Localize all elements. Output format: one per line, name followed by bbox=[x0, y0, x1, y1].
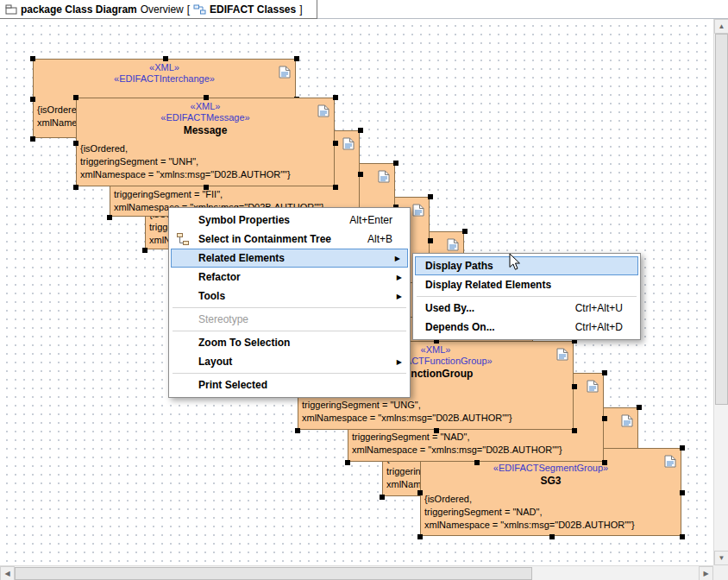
selection-handle[interactable] bbox=[428, 194, 433, 199]
selection-handle[interactable] bbox=[572, 428, 577, 433]
selection-handle[interactable] bbox=[434, 428, 439, 433]
menu-item-label: Display Paths bbox=[425, 260, 493, 272]
menu-separator bbox=[173, 331, 406, 331]
selection-handle[interactable] bbox=[602, 416, 607, 421]
selection-handle[interactable] bbox=[295, 428, 300, 433]
selection-handle[interactable] bbox=[358, 172, 363, 177]
selection-handle[interactable] bbox=[30, 97, 35, 102]
menu-item-label: Used By... bbox=[425, 302, 474, 314]
selection-handle[interactable] bbox=[680, 490, 685, 495]
selection-handle[interactable] bbox=[474, 460, 480, 465]
constraint-line: xmlNamespace = "xmlns:msg="D02B.AUTHOR""… bbox=[424, 519, 681, 532]
selection-handle[interactable] bbox=[107, 215, 112, 220]
stereotype-label: «XML» bbox=[34, 62, 295, 73]
header-package-label: package Class Diagram bbox=[21, 3, 137, 16]
constraint-line: xmlNamespace = "xmlns:msg="D02B.AUTHOR""… bbox=[302, 412, 573, 425]
menu-separator bbox=[417, 296, 637, 297]
menu-separator bbox=[173, 373, 406, 374]
selection-handle[interactable] bbox=[294, 56, 299, 61]
menu-item-label: Display Related Elements bbox=[425, 279, 551, 291]
menu-shortcut: Alt+B bbox=[367, 233, 392, 245]
horizontal-scroll-thumb[interactable] bbox=[15, 567, 532, 580]
selection-handle[interactable] bbox=[73, 95, 78, 100]
related-elements-submenu: Display PathsDisplay Related ElementsUse… bbox=[412, 253, 641, 340]
selection-handle[interactable] bbox=[333, 95, 338, 100]
selection-handle[interactable] bbox=[417, 534, 423, 539]
selection-handle[interactable] bbox=[393, 161, 399, 166]
stereotype-label: «EDIFACTInterchange» bbox=[34, 73, 295, 85]
selection-handle[interactable] bbox=[204, 95, 209, 100]
menu-item-symbol-properties[interactable]: Symbol PropertiesAlt+Enter bbox=[169, 211, 410, 230]
menu-separator bbox=[173, 307, 406, 308]
menu-item-label: Layout bbox=[198, 356, 232, 368]
scroll-right-button[interactable]: ▶ bbox=[699, 566, 713, 580]
menu-item-label: Symbol Properties bbox=[198, 214, 290, 226]
menu-item-zoom-to-selection[interactable]: Zoom To Selection bbox=[169, 333, 410, 352]
selection-handle[interactable] bbox=[73, 185, 78, 190]
menu-item-label: Zoom To Selection bbox=[198, 337, 290, 349]
selection-handle[interactable] bbox=[602, 370, 607, 375]
constraint-line: triggeringSegment = "NAD", bbox=[352, 431, 603, 444]
left-arrow-icon: ◀ bbox=[4, 570, 9, 577]
selection-handle[interactable] bbox=[680, 445, 685, 451]
selection-handle[interactable] bbox=[462, 229, 468, 234]
selection-handle[interactable] bbox=[549, 534, 555, 539]
documentation-icon bbox=[447, 238, 459, 251]
selection-handle[interactable] bbox=[333, 185, 338, 190]
constraint-block: {isOrdered,triggeringSegment = "NAD",xml… bbox=[424, 493, 681, 532]
scroll-up-button[interactable]: ▲ bbox=[714, 19, 728, 34]
documentation-icon bbox=[412, 204, 424, 217]
submenu-item-used-by[interactable]: Used By...Ctrl+Alt+U bbox=[413, 299, 640, 318]
menu-item-select-in-containment-tree[interactable]: Select in Containment TreeAlt+B bbox=[169, 230, 410, 249]
documentation-icon bbox=[317, 104, 329, 117]
documentation-icon bbox=[556, 348, 568, 361]
submenu-arrow-icon: ▶ bbox=[397, 358, 402, 366]
selection-handle[interactable] bbox=[602, 460, 607, 465]
submenu-item-depends-on[interactable]: Depends On...Ctrl+Alt+D bbox=[413, 318, 640, 337]
menu-item-related-elements[interactable]: Related Elements▶ bbox=[171, 249, 408, 268]
selection-handle[interactable] bbox=[380, 495, 385, 500]
selection-handle[interactable] bbox=[333, 141, 338, 146]
diagram-tab[interactable]: package Class Diagram Overview [ EDIFACT… bbox=[0, 0, 317, 19]
selection-handle[interactable] bbox=[30, 56, 35, 61]
menu-item-layout[interactable]: Layout▶ bbox=[169, 352, 410, 371]
submenu-item-display-paths[interactable]: Display Paths bbox=[415, 256, 638, 275]
menu-item-stereotype: Stereotype bbox=[169, 310, 410, 329]
class-box-message[interactable]: «XML»«EDIFACTMessage»Message{isOrdered,t… bbox=[76, 98, 335, 186]
selection-handle[interactable] bbox=[163, 56, 168, 61]
selection-handle[interactable] bbox=[30, 136, 35, 142]
selection-handle[interactable] bbox=[572, 384, 577, 389]
menu-item-label: Select in Containment Tree bbox=[198, 233, 331, 245]
submenu-arrow-icon: ▶ bbox=[397, 293, 402, 300]
selection-handle[interactable] bbox=[637, 405, 642, 410]
constraint-line: {isOrdered, bbox=[80, 142, 334, 155]
selection-handle[interactable] bbox=[680, 534, 685, 539]
menu-item-label: Tools bbox=[198, 290, 225, 302]
menu-item-label: Stereotype bbox=[198, 313, 248, 325]
selection-handle[interactable] bbox=[358, 128, 363, 133]
selection-handle[interactable] bbox=[73, 141, 78, 146]
menu-item-print-selected[interactable]: Print Selected bbox=[169, 375, 410, 394]
selection-handle[interactable] bbox=[417, 490, 423, 495]
constraint-line: xmlNamespace = "xmlns:msg="D02B.AUTHOR""… bbox=[80, 168, 334, 181]
selection-handle[interactable] bbox=[345, 460, 350, 465]
class-name: SG3 bbox=[421, 474, 681, 488]
vertical-scroll-thumb[interactable] bbox=[715, 34, 728, 405]
containment-tree-icon bbox=[176, 232, 190, 246]
selection-handle[interactable] bbox=[204, 185, 209, 190]
horizontal-scrollbar[interactable]: ◀ ▶ bbox=[0, 565, 713, 580]
scroll-down-button[interactable]: ▼ bbox=[714, 551, 728, 565]
scroll-left-button[interactable]: ◀ bbox=[0, 566, 15, 580]
documentation-icon bbox=[378, 170, 390, 183]
class-diagram-icon bbox=[193, 4, 206, 15]
constraint-line: {isOrdered, bbox=[424, 493, 681, 506]
menu-item-label: Depends On... bbox=[425, 321, 495, 333]
selection-handle[interactable] bbox=[428, 238, 433, 243]
menu-item-tools[interactable]: Tools▶ bbox=[169, 287, 410, 306]
submenu-item-display-related-elements[interactable]: Display Related Elements bbox=[413, 275, 640, 294]
vertical-scrollbar[interactable]: ▲ ▼ bbox=[713, 19, 728, 565]
constraint-line: triggeringSegment = "NAD", bbox=[424, 506, 681, 519]
constraint-line: xmlNamespace = "xmlns:msg="D02B.AUTHOR""… bbox=[352, 444, 603, 457]
selection-handle[interactable] bbox=[142, 248, 147, 253]
menu-item-refactor[interactable]: Refactor▶ bbox=[169, 268, 410, 287]
